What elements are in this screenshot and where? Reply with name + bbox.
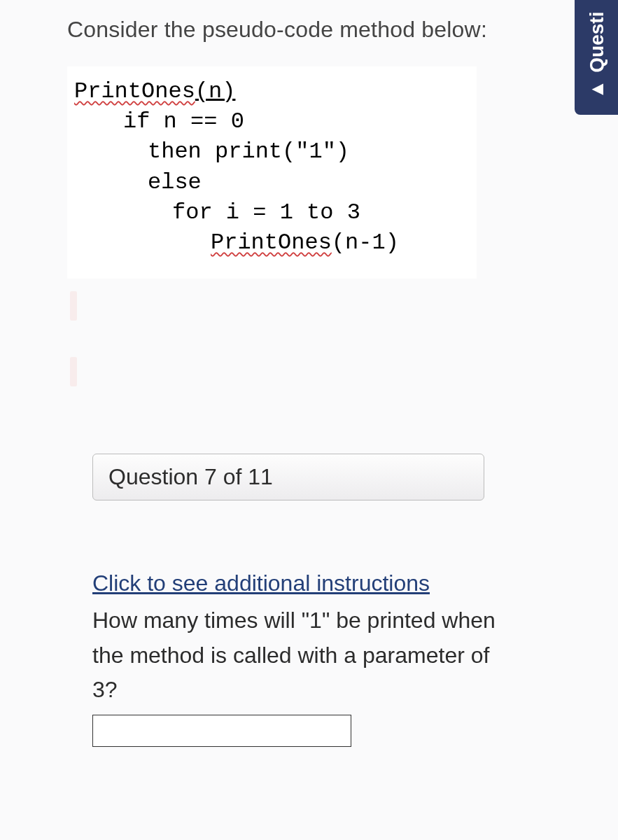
- question-prompt: How many times will "1" be printed when …: [92, 603, 515, 708]
- code-line-2: if n == 0: [74, 106, 470, 136]
- code-token-printones: PrintOnes: [74, 78, 195, 104]
- pseudocode-block: PrintOnes(n) if n == 0 then print("1") e…: [67, 66, 477, 279]
- code-token-printones-rec: PrintOnes: [211, 230, 332, 255]
- question-nav-tab[interactable]: ▲ Questi: [575, 0, 618, 115]
- redaction-mark: [70, 357, 77, 386]
- code-line-5: for i = 1 to 3: [74, 197, 470, 227]
- question-body: Click to see additional instructions How…: [67, 570, 515, 747]
- code-line-6: PrintOnes(n-1): [74, 227, 470, 258]
- side-tab-inner: ▲ Questi: [586, 12, 608, 99]
- question-content: Consider the pseudo-code method below: P…: [0, 0, 618, 747]
- side-tab-label: Questi: [586, 12, 608, 73]
- code-line-1: PrintOnes(n): [74, 76, 470, 106]
- triangle-up-icon: ▲: [586, 80, 608, 99]
- answer-input[interactable]: [92, 715, 351, 747]
- additional-instructions-link[interactable]: Click to see additional instructions: [92, 570, 430, 596]
- redaction-mark: [70, 291, 77, 321]
- question-progress-bar: Question 7 of 11: [92, 454, 484, 500]
- intro-text: Consider the pseudo-code method below:: [67, 17, 576, 43]
- code-line-4: else: [74, 167, 470, 197]
- code-line-3: then print("1"): [74, 136, 470, 167]
